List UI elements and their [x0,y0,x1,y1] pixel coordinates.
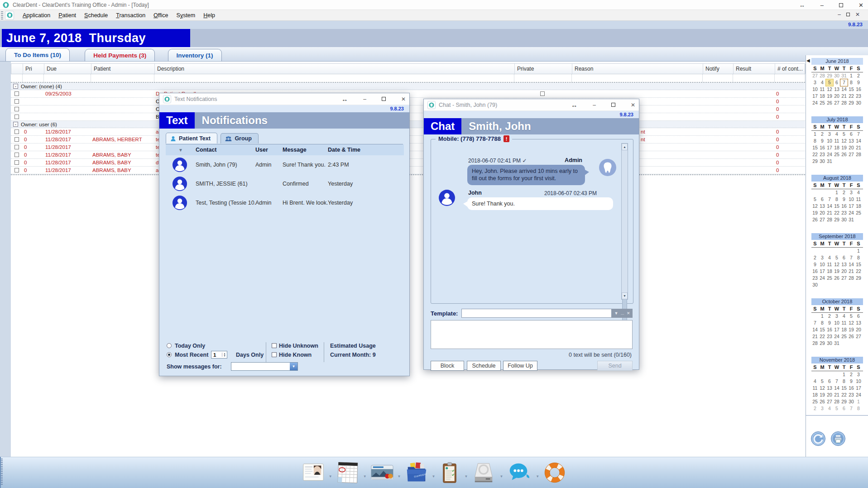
calendar-day[interactable]: 11 [811,385,819,392]
calendar-day[interactable]: 18 [833,144,840,151]
calendar-day[interactable]: 23 [819,151,826,158]
calendar-day[interactable]: 12 [848,320,855,326]
row-checkbox[interactable] [14,168,19,172]
calendar-day[interactable]: 26 [819,398,826,405]
toolbar-grip[interactable] [1,11,3,19]
calendar-day[interactable]: 7 [855,131,862,138]
calendar-day[interactable]: 1 [833,189,840,196]
calendar-day[interactable]: 31 [848,216,855,223]
calendar-day[interactable]: 6 [826,378,833,385]
mdi-minimize-button[interactable]: – [838,11,841,18]
calendar-day[interactable]: 24 [848,210,855,216]
column-header[interactable]: Date & Time [328,147,404,153]
column-header[interactable]: Message [283,147,328,153]
calendar-day[interactable]: 29 [826,72,833,79]
calendar-day[interactable]: 28 [826,216,833,223]
calendar-day[interactable]: 3 [855,371,862,378]
show-messages-for-select[interactable]: ▼ [231,362,298,371]
days-spinner[interactable]: 1 ▲▼ [211,351,227,359]
notification-row[interactable]: Test, Testing (Tessie 10...AdminHi Brent… [166,193,404,212]
sort-indicator-icon[interactable]: ▼ [166,148,196,153]
calendar-day[interactable]: 19 [840,144,848,151]
hide-unknown-checkbox[interactable] [272,343,277,348]
calendar-day[interactable]: 27 [811,72,819,79]
calendar-day[interactable]: 23 [848,392,855,398]
calendar-day[interactable]: 26 [811,216,819,223]
schedule-calendar-icon[interactable] [336,460,360,485]
menu-help[interactable]: Help [199,11,219,20]
maximize-button[interactable] [382,97,386,101]
calendar-day[interactable]: 11 [840,320,848,326]
row-checkbox[interactable] [14,115,19,119]
calendar-day[interactable]: 25 [833,151,840,158]
patient-folder-icon[interactable]: CLEARDENT [404,460,429,485]
collapse-toggle-icon[interactable]: - [13,122,18,127]
calendar-day[interactable]: 10 [833,320,840,326]
calendar-day[interactable]: 9 [811,261,819,268]
calendar-day[interactable]: 1 [840,371,848,378]
calendar-day[interactable]: 14 [833,385,840,392]
calendar-day[interactable]: 7 [848,405,855,412]
calendar-day[interactable]: 27 [833,100,840,106]
calendar-day[interactable]: 1 [855,398,862,405]
notification-row[interactable]: Smith, John (79)AdminSure! Thank you.2:4… [166,155,404,174]
minimize-button[interactable]: – [820,2,824,9]
calendar-day[interactable]: 6 [840,254,848,261]
calendar-day[interactable]: 14 [811,326,819,333]
calendar-day[interactable]: 19 [826,93,833,100]
block-button[interactable]: Block [431,361,464,371]
calendar-day[interactable]: 21 [840,93,848,100]
calendar-day[interactable]: 3 [826,131,833,138]
calendar-day[interactable]: 15 [855,261,862,268]
calendar-day[interactable]: 9 [826,320,833,326]
calendar-day[interactable]: 10 [826,138,833,144]
calendar-day[interactable]: 20 [848,144,855,151]
calendar-day[interactable]: 4 [819,79,826,86]
calendar-day[interactable]: 22 [819,333,826,340]
calendar-day[interactable]: 15 [833,203,840,210]
calendar-day[interactable]: 21 [848,268,855,275]
calendar-day[interactable]: 14 [840,86,848,93]
calendar-day[interactable]: 7 [826,196,833,203]
calendar-day[interactable]: 30 [833,72,840,79]
column-header[interactable]: Notify [703,64,734,74]
calendar-day[interactable]: 29 [819,340,826,347]
most-recent-radio[interactable] [167,352,172,357]
calendar-day[interactable]: 26 [833,275,840,282]
column-header[interactable] [11,64,23,74]
chat-scrollbar[interactable]: ▲ ▼ [621,143,628,300]
calendar-day[interactable]: 1 [848,72,855,79]
calendar-day[interactable]: 13 [833,86,840,93]
calendar-day[interactable]: 12 [811,203,819,210]
calendar-day[interactable]: 2 [855,72,862,79]
tab-held-payments-3[interactable]: Held Payments (3) [85,49,155,61]
column-header[interactable]: Due [44,64,91,74]
notification-row[interactable]: SMITH, JESSIE (61)ConfirmedYesterday [166,174,404,193]
calendar-day[interactable]: 21 [833,392,840,398]
calendar-day[interactable]: 28 [833,398,840,405]
calendar-day[interactable]: 25 [826,275,833,282]
calendar-day[interactable]: 6 [840,405,848,412]
tab-inventory-1[interactable]: Inventory (1) [168,49,222,61]
calendar-day[interactable]: 6 [833,79,840,86]
calendar-day[interactable]: 13 [840,261,848,268]
calendar-day[interactable]: 21 [811,333,819,340]
calendar-day[interactable]: 19 [848,326,855,333]
calendar-day[interactable]: 20 [840,268,848,275]
calendar-day[interactable]: 17 [833,326,840,333]
calendar-day[interactable]: 29 [840,398,848,405]
minimize-button[interactable]: – [593,102,596,108]
minimize-button[interactable]: – [363,96,366,102]
calendar-day[interactable]: 5 [833,405,840,412]
menu-system[interactable]: System [173,11,200,20]
calendar-day[interactable]: 10 [855,378,862,385]
column-header[interactable]: Patient [91,64,155,74]
resize-handle-icon[interactable]: ↔ [341,96,348,103]
calendar-day[interactable]: 20 [833,93,840,100]
calendar-day[interactable]: 4 [855,189,862,196]
calendar-day[interactable]: 6 [848,131,855,138]
calendar-day[interactable]: 29 [848,100,855,106]
calendar-day[interactable]: 17 [855,385,862,392]
calendar-day[interactable]: 12 [833,261,840,268]
calendar-day[interactable]: 4 [826,254,833,261]
